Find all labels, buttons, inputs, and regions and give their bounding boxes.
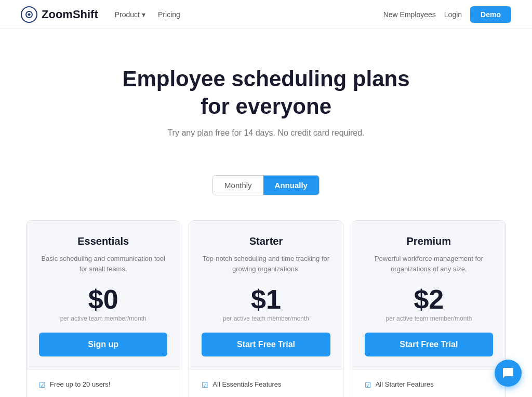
hero-title: Employee scheduling plans for everyone: [110, 65, 422, 120]
billing-toggle: Monthly Annually: [0, 175, 532, 195]
card-starter: Starter Top-notch scheduling and time tr…: [189, 220, 343, 397]
essentials-title: Essentials: [39, 235, 167, 247]
list-item: ☑All Essentials Features: [202, 380, 330, 391]
card-essentials: Essentials Basic scheduling and communic…: [26, 220, 180, 397]
navbar: ZoomShift Product ▾ Pricing New Employee…: [0, 0, 532, 29]
card-premium-header: Premium Powerful workforce management fo…: [352, 221, 506, 369]
starter-price: $1: [202, 286, 330, 313]
logo-text: ZoomShift: [42, 8, 98, 21]
toggle-monthly[interactable]: Monthly: [213, 176, 263, 195]
essentials-price-sub: per active team member/month: [39, 315, 167, 322]
nav-product[interactable]: Product ▾: [115, 10, 145, 19]
pricing-cards: Essentials Basic scheduling and communic…: [11, 220, 521, 397]
premium-trial-button[interactable]: Start Free Trial: [365, 333, 493, 356]
demo-button[interactable]: Demo: [470, 6, 511, 23]
logo-icon: [21, 6, 37, 23]
nav-pricing[interactable]: Pricing: [158, 10, 180, 19]
chat-icon: [502, 367, 514, 379]
premium-cta: Start Free Trial: [365, 333, 493, 356]
check-icon: ☑: [202, 380, 208, 391]
hero-subtitle: Try any plan free for 14 days. No credit…: [10, 128, 522, 138]
starter-price-sub: per active team member/month: [202, 315, 330, 322]
essentials-price: $0: [39, 286, 167, 313]
logo[interactable]: ZoomShift: [21, 6, 98, 23]
list-item: ☑All Starter Features: [365, 380, 493, 391]
card-essentials-header: Essentials Basic scheduling and communic…: [26, 221, 180, 369]
starter-features: ☑All Essentials Features ☑Unlimited user…: [189, 369, 342, 397]
premium-desc: Powerful workforce management for organi…: [365, 254, 493, 275]
list-item: ☑Free up to 20 users!: [39, 380, 167, 391]
starter-cta: Start Free Trial: [202, 333, 330, 356]
card-starter-header: Starter Top-notch scheduling and time tr…: [189, 221, 342, 369]
starter-title: Starter: [202, 235, 330, 247]
essentials-desc: Basic scheduling and communication tool …: [39, 254, 167, 275]
toggle-group: Monthly Annually: [212, 175, 320, 195]
essentials-signup-button[interactable]: Sign up: [39, 333, 167, 356]
check-icon: ☑: [365, 380, 371, 391]
nav-login[interactable]: Login: [444, 10, 462, 19]
hero-section: Employee scheduling plans for everyone T…: [0, 29, 532, 158]
nav-right: New Employees Login Demo: [383, 6, 511, 23]
starter-trial-button[interactable]: Start Free Trial: [202, 333, 330, 356]
nav-links: Product ▾ Pricing: [115, 10, 383, 19]
premium-price: $2: [365, 286, 493, 313]
check-icon: ☑: [39, 380, 46, 391]
card-premium: Premium Powerful workforce management fo…: [352, 220, 506, 397]
essentials-cta: Sign up: [39, 333, 167, 356]
essentials-features: ☑Free up to 20 users! ☑Employee Schedule…: [26, 369, 180, 397]
chevron-down-icon: ▾: [142, 10, 145, 19]
premium-features: ☑All Starter Features ☑Auto-scheduling ☑…: [352, 369, 506, 397]
starter-desc: Top-notch scheduling and time tracking f…: [202, 254, 330, 275]
premium-price-sub: per active team member/month: [365, 315, 493, 322]
chat-bubble[interactable]: [495, 360, 522, 387]
toggle-annually[interactable]: Annually: [263, 176, 319, 195]
nav-new-employees[interactable]: New Employees: [383, 10, 436, 19]
premium-title: Premium: [365, 235, 493, 247]
